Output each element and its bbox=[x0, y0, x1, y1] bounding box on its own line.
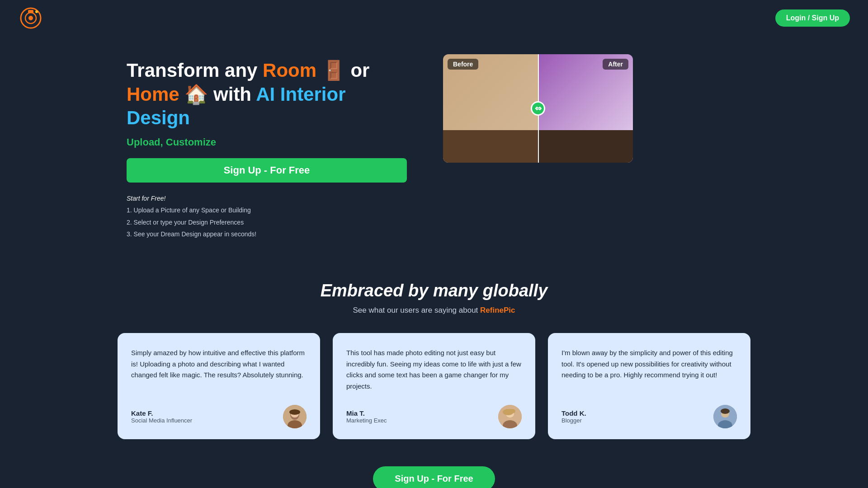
testimonial-info-2: Mia T. Marketing Exec bbox=[346, 409, 387, 424]
svg-rect-4 bbox=[28, 10, 33, 13]
hero-subtitle: Upload, Customize bbox=[127, 136, 407, 148]
hero-left: Transform any Room 🚪 or Home 🏠 with AI I… bbox=[127, 54, 407, 240]
hero-section: Transform any Room 🚪 or Home 🏠 with AI I… bbox=[0, 36, 868, 258]
hero-right: Before After ⇔ bbox=[443, 54, 633, 163]
testimonial-info-3: Todd K. Blogger bbox=[561, 409, 586, 424]
avatar-kate bbox=[283, 405, 307, 428]
testimonial-card-3: I'm blown away by the simplicity and pow… bbox=[548, 333, 750, 439]
testimonial-role-1: Social Media Influencer bbox=[131, 417, 192, 424]
before-after-container: Before After ⇔ bbox=[443, 54, 633, 163]
after-label: After bbox=[603, 59, 628, 70]
hero-home-emoji: 🏠 bbox=[184, 84, 208, 105]
svg-point-3 bbox=[28, 16, 33, 20]
logo-wrapper bbox=[18, 5, 43, 31]
testimonial-role-2: Marketing Exec bbox=[346, 417, 387, 424]
testimonial-role-3: Blogger bbox=[561, 417, 586, 424]
svg-point-15 bbox=[508, 409, 515, 413]
testimonial-footer-3: Todd K. Blogger bbox=[561, 405, 737, 428]
hero-title-home: Home bbox=[127, 84, 179, 105]
before-label: Before bbox=[448, 59, 478, 70]
hero-room-emoji: 🚪 bbox=[322, 60, 345, 81]
hero-title-part1: Transform any bbox=[127, 60, 263, 81]
hero-title-with: with bbox=[213, 84, 256, 105]
testimonial-text-1: Simply amazed by how intuitive and effec… bbox=[131, 347, 307, 381]
login-signup-button[interactable]: Login / Sign Up bbox=[775, 9, 850, 27]
start-free-label: Start for Free! bbox=[127, 192, 407, 205]
testimonials-grid: Simply amazed by how intuitive and effec… bbox=[118, 333, 750, 439]
testimonials-subtitle-text: See what our users are saying about bbox=[353, 306, 480, 314]
testimonial-name-2: Mia T. bbox=[346, 409, 387, 417]
divider-circle[interactable]: ⇔ bbox=[531, 101, 545, 116]
header: Login / Sign Up bbox=[0, 0, 868, 36]
hero-title-or: or bbox=[350, 60, 369, 81]
testimonial-name-1: Kate F. bbox=[131, 409, 192, 417]
testimonial-footer-2: Mia T. Marketing Exec bbox=[346, 405, 522, 428]
avatar-todd bbox=[713, 405, 737, 428]
testimonial-card-2: This tool has made photo editing not jus… bbox=[333, 333, 535, 439]
hero-steps: Start for Free! 1. Upload a Picture of a… bbox=[127, 192, 407, 240]
second-cta-section: Sign Up - For Free bbox=[0, 457, 868, 488]
testimonial-info-1: Kate F. Social Media Influencer bbox=[131, 409, 192, 424]
after-image: After bbox=[538, 54, 633, 163]
testimonials-title: Embraced by many globally bbox=[27, 281, 841, 300]
testimonials-subtitle: See what our users are saying about Refi… bbox=[27, 306, 841, 315]
svg-point-10 bbox=[289, 409, 300, 415]
avatar-mia bbox=[498, 405, 522, 428]
testimonial-footer-1: Kate F. Social Media Influencer bbox=[131, 405, 307, 428]
testimonial-name-3: Todd K. bbox=[561, 409, 586, 417]
step3: 3. See your Dream Design appear in secon… bbox=[127, 228, 407, 240]
testimonial-text-2: This tool has made photo editing not jus… bbox=[346, 347, 522, 392]
second-cta-button[interactable]: Sign Up - For Free bbox=[373, 466, 495, 488]
testimonial-card-1: Simply amazed by how intuitive and effec… bbox=[118, 333, 320, 439]
brand-name: RefinePic bbox=[480, 306, 515, 314]
hero-title-room: Room bbox=[263, 60, 316, 81]
svg-point-19 bbox=[721, 408, 730, 414]
step2: 2. Select or type your Design Preference… bbox=[127, 216, 407, 229]
step1: 1. Upload a Picture of any Space or Buil… bbox=[127, 204, 407, 216]
testimonial-text-3: I'm blown away by the simplicity and pow… bbox=[561, 347, 737, 381]
hero-cta-button[interactable]: Sign Up - For Free bbox=[127, 158, 407, 183]
svg-point-5 bbox=[35, 10, 38, 13]
before-image: Before bbox=[443, 54, 538, 163]
logo-icon bbox=[18, 5, 43, 31]
testimonials-section: Embraced by many globally See what our u… bbox=[0, 258, 868, 457]
hero-title: Transform any Room 🚪 or Home 🏠 with AI I… bbox=[127, 59, 407, 130]
